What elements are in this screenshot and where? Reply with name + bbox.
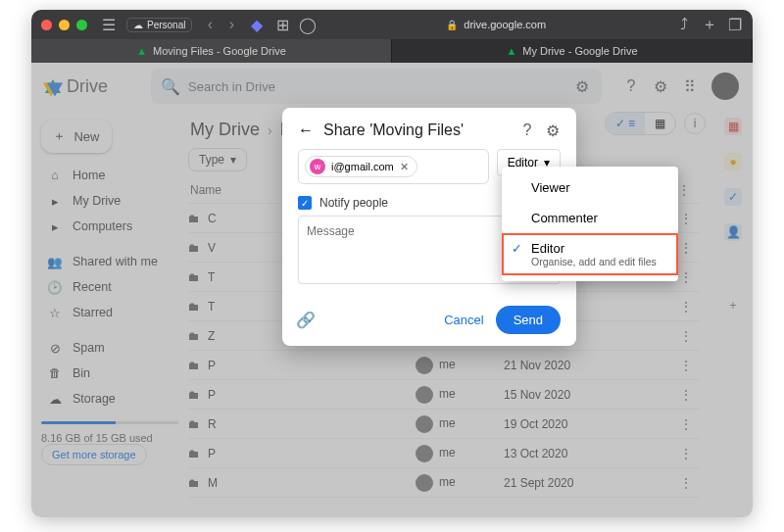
role-menu: Viewer Commenter Editor Organise, add an… xyxy=(502,167,678,281)
role-option-commenter[interactable]: Commenter xyxy=(502,203,678,233)
minimize-window-icon[interactable] xyxy=(59,20,70,30)
copy-link-icon[interactable]: 🔗 xyxy=(298,313,314,328)
zoom-window-icon[interactable] xyxy=(76,20,87,30)
role-option-editor[interactable]: Editor Organise, add and edit files xyxy=(502,233,678,275)
browser-tab[interactable]: ▲ Moving Files - Google Drive xyxy=(31,39,392,63)
extension-icon[interactable]: ⊞ xyxy=(274,17,290,32)
chip-email: i@gmail.com xyxy=(331,161,394,172)
lock-icon: 🔒 xyxy=(446,20,458,30)
shield-icon[interactable]: ◆ xyxy=(249,17,265,32)
nav-forward-icon[interactable]: › xyxy=(223,17,239,32)
chip-avatar-icon: w xyxy=(310,159,325,174)
sidebar-toggle-icon[interactable]: ☰ xyxy=(101,17,117,32)
drive-favicon-icon: ▲ xyxy=(506,45,516,57)
url-bar[interactable]: 🔒 drive.google.com xyxy=(323,19,668,30)
back-arrow-icon[interactable]: ← xyxy=(298,122,314,138)
gear-icon[interactable]: ⚙ xyxy=(545,122,561,138)
drive-favicon-icon: ▲ xyxy=(136,45,147,57)
traffic-lights xyxy=(41,20,87,30)
cancel-button[interactable]: Cancel xyxy=(432,307,495,333)
titlebar: ☰ ☁ Personal ‹ › ◆ ⊞ ◯ 🔒 drive.google.co… xyxy=(31,10,753,39)
email-chip: w i@gmail.com ✕ xyxy=(305,156,417,177)
help-icon[interactable]: ? xyxy=(519,122,535,138)
browser-tabs: ▲ Moving Files - Google Drive ▲ My Drive… xyxy=(31,39,753,63)
browser-tab[interactable]: ▲ My Drive - Google Drive xyxy=(392,39,753,63)
share-email-field[interactable]: w i@gmail.com ✕ xyxy=(298,149,489,184)
browser-window: ☰ ☁ Personal ‹ › ◆ ⊞ ◯ 🔒 drive.google.co… xyxy=(31,10,753,517)
send-button[interactable]: Send xyxy=(496,306,561,334)
new-tab-icon[interactable]: ＋ xyxy=(702,17,717,32)
url-text: drive.google.com xyxy=(464,19,546,30)
tab-label: Moving Files - Google Drive xyxy=(153,45,286,57)
extension2-icon[interactable]: ◯ xyxy=(300,17,316,32)
close-window-icon[interactable] xyxy=(41,20,52,30)
dialog-title: Share 'Moving Files' xyxy=(323,121,510,139)
notify-label: Notify people xyxy=(319,196,388,210)
role-option-viewer[interactable]: Viewer xyxy=(502,172,678,203)
tab-label: My Drive - Google Drive xyxy=(522,45,637,57)
role-option-sub: Organise, add and edit files xyxy=(531,256,664,267)
role-option-label: Editor xyxy=(531,241,564,256)
profile-label: Personal xyxy=(147,20,185,30)
nav-back-icon[interactable]: ‹ xyxy=(202,17,218,32)
chip-remove-icon[interactable]: ✕ xyxy=(400,161,409,173)
share-icon[interactable]: ⤴ xyxy=(676,17,692,32)
checkbox-checked-icon[interactable]: ✓ xyxy=(298,196,312,210)
tabs-overview-icon[interactable]: ❐ xyxy=(727,17,743,32)
profile-pill[interactable]: ☁ Personal xyxy=(126,18,192,32)
